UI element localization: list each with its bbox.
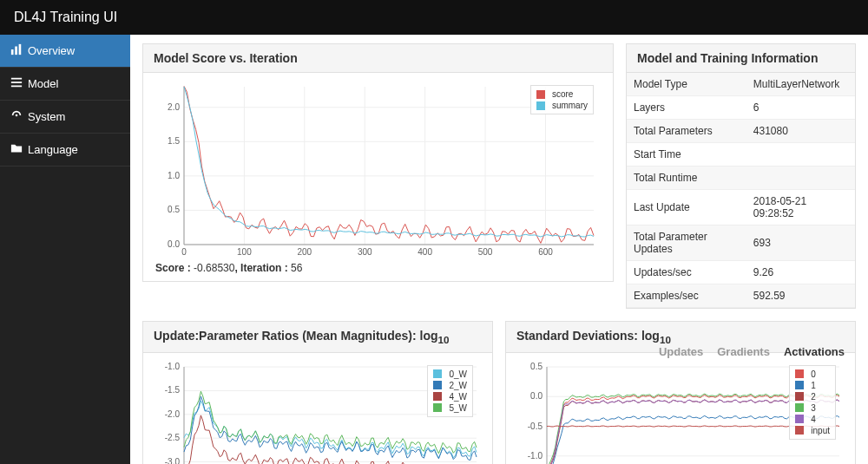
info-row: Model TypeMultiLayerNetwork [627, 73, 855, 96]
info-row: Last Update2018-05-21 09:28:52 [627, 190, 855, 225]
svg-text:-1.0: -1.0 [165, 362, 181, 371]
sidebar-item-label: System [28, 110, 65, 123]
svg-rect-5 [11, 86, 22, 88]
info-key: Layers [627, 96, 746, 120]
panel-title: Model Score vs. Iteration [143, 44, 613, 73]
svg-text:0: 0 [181, 247, 187, 257]
app-title: DL4J Training UI [14, 10, 117, 25]
svg-text:100: 100 [237, 247, 252, 257]
info-row: Layers6 [627, 96, 855, 120]
sidebar-item-overview[interactable]: Overview [0, 35, 130, 68]
legend-label: summary [552, 101, 588, 110]
svg-text:300: 300 [358, 247, 372, 257]
svg-point-6 [16, 114, 18, 117]
svg-text:0.5: 0.5 [168, 205, 180, 214]
sidebar-item-model[interactable]: Model [0, 68, 130, 101]
info-table: Model TypeMultiLayerNetworkLayers6Total … [627, 73, 855, 308]
legend-label: 2 [811, 392, 816, 402]
sidebar-item-label: Overview [28, 44, 75, 57]
tab-activations[interactable]: Activations [784, 345, 845, 358]
svg-text:-3.0: -3.0 [165, 456, 181, 464]
info-key: Total Parameter Updates [627, 225, 746, 261]
svg-text:1.5: 1.5 [168, 136, 180, 146]
legend-label: score [552, 89, 573, 99]
info-value: 9.26 [746, 261, 855, 284]
score-label: Score : [155, 262, 191, 274]
legend-item: 5_W [433, 402, 467, 414]
svg-text:500: 500 [478, 247, 493, 257]
svg-text:0.0: 0.0 [168, 239, 180, 249]
info-key: Last Update [627, 190, 746, 225]
panel-title: Update:Parameter Ratios (Mean Magnitudes… [143, 322, 492, 353]
legend-item: 1 [795, 380, 830, 391]
legend-item: 0 [795, 369, 830, 380]
tab-updates[interactable]: Updates [659, 345, 703, 358]
panel-model-info: Model and Training Information Model Typ… [626, 43, 856, 309]
legend-item: 2 [795, 391, 830, 402]
info-key: Start Time [627, 143, 746, 167]
sidebar-item-system[interactable]: System [0, 101, 130, 134]
svg-rect-0 [11, 49, 14, 55]
info-value [746, 167, 855, 190]
info-row: Examples/sec592.59 [627, 284, 855, 308]
svg-rect-3 [11, 78, 22, 80]
svg-text:2.0: 2.0 [168, 102, 180, 112]
score-chart: 0.00.51.01.52.00100200300400500600 score… [154, 80, 602, 262]
sidebar: OverviewModelSystemLanguage [0, 35, 130, 464]
legend-label: 1 [811, 381, 816, 390]
legend-item: 2_W [433, 380, 467, 391]
info-value: 6 [746, 96, 855, 120]
info-value [746, 143, 855, 167]
info-row: Total Parameters431080 [627, 120, 855, 143]
info-key: Model Type [627, 73, 746, 96]
info-value: 2018-05-21 09:28:52 [746, 190, 855, 225]
iter-value: 56 [291, 262, 302, 274]
legend-label: 4 [811, 415, 816, 424]
svg-text:-1.5: -1.5 [165, 385, 181, 395]
legend-item: 4_W [433, 391, 467, 402]
svg-rect-4 [11, 82, 22, 83]
panel-title: Standard Deviations: log10 UpdatesGradie… [506, 322, 855, 353]
svg-text:-2.0: -2.0 [165, 409, 181, 419]
sidebar-item-language[interactable]: Language [0, 134, 130, 167]
legend-label: 5_W [449, 403, 467, 413]
legend-label: 0_W [449, 369, 467, 379]
svg-text:0.0: 0.0 [530, 391, 542, 401]
sidebar-item-label: Language [28, 143, 78, 156]
legend-item: 4 [795, 414, 830, 425]
main-content: Model Score vs. Iteration 0.00.51.01.52.… [130, 35, 868, 464]
info-value: MultiLayerNetwork [746, 73, 855, 96]
panel-title: Model and Training Information [627, 44, 855, 73]
score-value: -0.68530 [194, 262, 234, 274]
tab-gradients[interactable]: Gradients [717, 345, 770, 358]
topbar: DL4J Training UI [0, 0, 868, 35]
legend-item: input [795, 425, 830, 436]
info-key: Total Parameters [627, 120, 746, 143]
panel-model-score: Model Score vs. Iteration 0.00.51.01.52.… [142, 43, 614, 282]
svg-rect-2 [19, 44, 22, 55]
legend-item: 0_W [433, 369, 467, 380]
svg-text:600: 600 [538, 247, 553, 257]
info-row: Total Runtime [627, 167, 855, 190]
svg-text:200: 200 [297, 247, 312, 257]
ratios-chart: -1.0-1.5-2.0-2.5-3.0-3.5 0_W2_W4_W5_W [154, 360, 482, 464]
dashboard-icon [10, 109, 23, 124]
bar-chart-icon [10, 43, 23, 58]
score-footer: Score : -0.68530, Iteration : 56 [154, 262, 602, 274]
folder-icon [10, 142, 23, 157]
svg-text:1.0: 1.0 [168, 171, 180, 180]
svg-rect-1 [15, 47, 17, 56]
legend-label: 3 [811, 403, 816, 413]
list-icon [10, 76, 23, 91]
legend-label: 0 [811, 369, 816, 379]
svg-text:-2.5: -2.5 [165, 433, 181, 442]
info-key: Total Runtime [627, 167, 746, 190]
svg-text:400: 400 [418, 247, 432, 257]
legend-item: score [536, 88, 588, 100]
info-key: Examples/sec [627, 284, 746, 308]
iter-label: , Iteration : [234, 262, 287, 274]
stddev-chart: 0.50.0-0.5-1.0-1.5 01234input [516, 360, 845, 464]
svg-text:-0.5: -0.5 [528, 421, 543, 430]
legend-label: 4_W [449, 392, 467, 402]
legend-label: input [811, 426, 830, 435]
